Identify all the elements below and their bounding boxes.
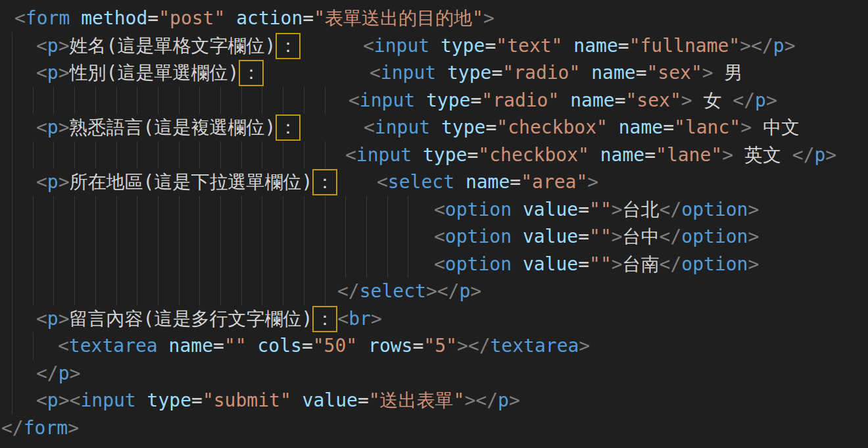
attribute-name-token: rows <box>368 335 412 357</box>
text-token: 中文 <box>752 116 800 138</box>
code-line[interactable]: <textarea name="" cols="50" rows="5"></t… <box>0 332 868 360</box>
equals-token: = <box>615 89 626 111</box>
indent-guide <box>220 223 221 251</box>
text-token <box>580 62 591 84</box>
punctuation-token: > <box>59 116 70 138</box>
punctuation-token: > <box>59 389 70 411</box>
punctuation-token: > <box>740 35 751 57</box>
unicode-highlight-box: ： <box>276 33 301 59</box>
equals-token: = <box>510 171 521 193</box>
indent-guide <box>283 141 283 169</box>
code-line[interactable]: <input type="checkbox" name="lane"> 英文 <… <box>0 141 868 169</box>
code-segment: <option value="">台中</option> <box>434 223 759 251</box>
indent-guide <box>220 251 221 278</box>
punctuation-token: > <box>612 226 623 247</box>
indent-guide <box>241 141 242 169</box>
text-token <box>136 389 147 411</box>
indent-guide <box>116 141 117 169</box>
punctuation-token: < <box>337 308 349 330</box>
equals-token: = <box>358 389 369 411</box>
punctuation-token: > <box>587 171 598 193</box>
indent-guide <box>12 141 12 169</box>
punctuation-token: < <box>377 171 388 193</box>
code-segment: <input type="text" name="fullname"></p> <box>363 32 796 60</box>
indent-guide <box>116 87 117 114</box>
indent-guide <box>304 223 304 251</box>
code-line[interactable]: <p><input type="submit" value="送出表單"></p… <box>0 387 868 414</box>
indent-guide <box>33 196 34 224</box>
punctuation-token: < <box>345 144 356 166</box>
punctuation-token: > <box>457 335 468 357</box>
indent-guide <box>74 87 75 114</box>
punctuation-token: < <box>36 171 47 193</box>
indent-guide <box>137 141 137 169</box>
indent-guide <box>12 168 12 196</box>
indent-guide <box>158 87 158 114</box>
code-line[interactable]: <option value="">台北</option> <box>0 196 868 224</box>
indent-guide <box>137 87 137 114</box>
punctuation-token: > <box>579 335 590 357</box>
code-line[interactable]: <p>熟悉語言(這是複選欄位)：<input type="checkbox" n… <box>0 114 868 141</box>
code-segment: <textarea name="" cols="50" rows="5"></t… <box>58 332 590 360</box>
attribute-name-token: name <box>169 335 213 357</box>
string-token: "radio" <box>502 62 580 84</box>
tag-name-token: p <box>47 308 59 330</box>
indent-guide <box>283 196 283 224</box>
equals-token: = <box>485 35 496 57</box>
code-line[interactable]: <input type="radio" name="sex"> 女 </p> <box>0 87 868 114</box>
code-line[interactable]: </p> <box>0 360 868 387</box>
punctuation-token: < <box>434 226 445 247</box>
punctuation-token: < <box>70 389 81 411</box>
indent-guide <box>158 251 158 278</box>
tag-name-token: p <box>755 89 766 111</box>
code-segment: <p>熟悉語言(這是複選欄位)： <box>36 114 301 141</box>
code-segment: </form> <box>1 414 79 442</box>
code-line[interactable]: <p>性別(這是單選欄位)：<input type="radio" name="… <box>0 59 868 87</box>
code-line[interactable]: <option value="">台南</option> <box>0 251 868 278</box>
code-line[interactable]: <form method="post" action="表單送出的目的地"> <box>0 5 868 32</box>
text-token <box>415 89 426 111</box>
string-token: "" <box>589 226 612 247</box>
indent-guide <box>304 196 304 224</box>
text-token <box>158 335 169 357</box>
string-token: "" <box>589 253 612 275</box>
attribute-name-token: value <box>523 253 578 275</box>
code-segment: <option value="">台南</option> <box>434 251 759 278</box>
indent-guide <box>199 278 200 305</box>
indent-guide <box>74 223 75 251</box>
indent-guide <box>283 87 283 114</box>
punctuation-token: < <box>36 35 47 57</box>
code-line[interactable]: <option value="">台中</option> <box>0 223 868 251</box>
punctuation-token: > <box>59 35 70 57</box>
indent-guide <box>325 251 326 278</box>
indent-guide <box>158 223 158 251</box>
punctuation-token: </ <box>792 144 815 166</box>
tag-name-token: option <box>681 253 748 275</box>
indent-guide <box>53 223 54 251</box>
text-token <box>247 335 258 357</box>
code-line[interactable]: </form> <box>0 414 868 442</box>
indent-guide <box>95 87 96 114</box>
code-line[interactable]: <p>姓名(這是單格文字欄位)：<input type="text" name=… <box>0 32 868 60</box>
equals-token: = <box>485 116 496 138</box>
indent-guide <box>158 278 158 305</box>
attribute-name-token: name <box>591 62 635 84</box>
string-token: "sex" <box>625 89 681 111</box>
code-editor[interactable]: <form method="post" action="表單送出的目的地"><p… <box>0 0 868 448</box>
text-token <box>454 171 466 193</box>
code-line[interactable]: </select></p> <box>0 278 868 305</box>
code-line[interactable]: <p>所在地區(這是下拉選單欄位)：<select name="area"> <box>0 168 868 196</box>
tag-name-token: textarea <box>69 335 158 357</box>
indent-guide <box>74 196 75 224</box>
indent-guide <box>220 196 221 224</box>
indent-guide <box>179 223 180 251</box>
code-segment: <p>性別(這是單選欄位)： <box>36 59 264 87</box>
equals-token: = <box>213 335 224 357</box>
indent-guide <box>95 141 96 169</box>
equals-token: = <box>491 62 502 84</box>
code-line[interactable]: <p>留言內容(這是多行文字欄位)：<br> <box>0 305 868 333</box>
punctuation-token: > <box>426 280 437 302</box>
indent-guide <box>408 223 408 251</box>
text-token <box>559 89 570 111</box>
code-segment: <p>所在地區(這是下拉選單欄位)： <box>36 168 337 196</box>
